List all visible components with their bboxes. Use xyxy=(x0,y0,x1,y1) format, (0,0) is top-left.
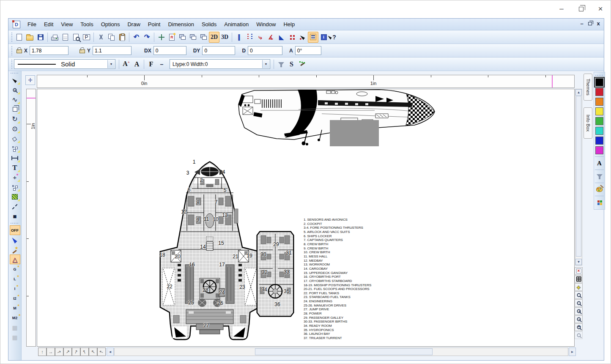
print-preview-button[interactable] xyxy=(60,32,71,43)
a-input[interactable] xyxy=(295,46,321,55)
info-button[interactable]: i xyxy=(318,32,329,43)
tab-info-box[interactable]: Info Box xyxy=(584,107,592,139)
mode-2d-button[interactable]: 2D xyxy=(209,32,219,43)
menu-item[interactable]: Window xyxy=(252,20,279,29)
mdi-minimize-button[interactable]: – xyxy=(579,20,585,27)
font-button[interactable]: F xyxy=(146,59,156,70)
toolbar-grip[interactable] xyxy=(595,74,604,77)
redraw-button[interactable]: R xyxy=(167,32,177,43)
text-add-button[interactable]: A+ xyxy=(121,59,132,70)
arrow-button[interactable]: ↖ xyxy=(89,348,97,356)
arrow-button[interactable]: ↗ xyxy=(55,348,63,356)
window-minimize-button[interactable]: – xyxy=(556,4,567,14)
zoom-previous-button[interactable]: ↶ xyxy=(575,323,583,331)
snap-origin-button[interactable] xyxy=(156,32,167,43)
hatch-tool[interactable] xyxy=(10,192,20,202)
paste-button[interactable] xyxy=(117,32,127,43)
snap-toggle-button[interactable]: + xyxy=(575,283,583,291)
color-swatch[interactable] xyxy=(595,146,603,154)
color-swatch[interactable] xyxy=(595,107,603,115)
window-tile-button[interactable] xyxy=(188,32,198,43)
snap-off-button[interactable]: OFF xyxy=(10,225,20,235)
context-help-button[interactable]: ? xyxy=(329,32,340,43)
grid-i2-tool[interactable]: I2* xyxy=(10,293,20,303)
save-button[interactable] xyxy=(35,32,46,43)
grid-g-tool[interactable]: G* xyxy=(10,264,20,274)
color-swatch[interactable] xyxy=(595,127,603,135)
menu-item[interactable]: Draw xyxy=(123,20,144,29)
zoom-tool[interactable]: + xyxy=(10,85,20,95)
chevron-down-icon[interactable]: ▼ xyxy=(262,60,269,68)
grid-m2-tool[interactable]: M2* xyxy=(10,313,20,323)
parallel-button[interactable]: ∥ xyxy=(234,32,244,43)
line-width-button[interactable]: – xyxy=(156,59,167,70)
wand-tool[interactable]: ★ xyxy=(10,245,20,255)
text-tool[interactable]: T xyxy=(10,163,20,172)
grid-toggle-button[interactable] xyxy=(575,275,583,283)
horizontal-scroll-thumb[interactable] xyxy=(255,348,433,355)
trim-button[interactable]: ⤷ xyxy=(255,32,266,43)
menu-item[interactable]: Options xyxy=(97,20,124,29)
pointer-style-button[interactable] xyxy=(595,172,604,181)
mode-3d-button[interactable]: 3D xyxy=(219,32,230,43)
x-lock-icon[interactable] xyxy=(16,49,22,53)
pan-origin-button[interactable]: ✛ xyxy=(25,75,35,85)
text-edit-button[interactable]: A xyxy=(132,59,142,70)
d-input[interactable] xyxy=(248,46,282,55)
array-tool[interactable] xyxy=(10,143,20,153)
arrow-button[interactable]: ↗ xyxy=(72,348,80,356)
window-close-button[interactable]: × xyxy=(595,4,606,14)
color-swatch[interactable] xyxy=(595,98,603,106)
close-drawing-button[interactable]: × xyxy=(575,267,583,275)
scroll-right-button[interactable]: ► xyxy=(569,348,576,356)
pointer-tool[interactable] xyxy=(10,235,20,245)
y-input[interactable] xyxy=(93,46,132,55)
perpendicular-button[interactable]: ◣ xyxy=(276,32,287,43)
polyline-tool[interactable]: ∿ xyxy=(10,95,20,104)
tab-themes[interactable]: Themes xyxy=(584,74,592,101)
snap-settings-button[interactable]: S xyxy=(286,59,297,70)
vertical-scrollbar[interactable]: ▲ ▼ xyxy=(575,89,582,265)
rotate-tool[interactable]: ↻ xyxy=(10,114,20,124)
toolbar-grip[interactable] xyxy=(10,60,13,69)
drawing-canvas[interactable]: 1. SENSORS AND AVIONICS2. COCKPIT3-4. FO… xyxy=(37,89,575,347)
dx-input[interactable] xyxy=(153,46,186,55)
grid-l-tool[interactable]: L* xyxy=(10,274,20,284)
delta-tool[interactable]: △ xyxy=(10,255,20,264)
select-tool[interactable] xyxy=(10,75,20,85)
text-color-button[interactable]: A xyxy=(595,159,604,167)
grid-m-tool[interactable]: M* xyxy=(10,303,20,313)
vertical-scroll-thumb[interactable] xyxy=(576,96,581,257)
print-button[interactable] xyxy=(49,32,60,43)
mdi-close-button[interactable]: x xyxy=(595,20,601,27)
polygon-tool[interactable]: ◇ xyxy=(10,134,20,143)
dimension-tool[interactable] xyxy=(10,153,20,163)
arrow-button[interactable]: → xyxy=(47,348,55,356)
undo-button[interactable]: ↶ xyxy=(131,32,142,43)
arrow-button[interactable]: ↗ xyxy=(63,348,72,356)
color-swatch[interactable] xyxy=(595,137,603,145)
solid-box-tool[interactable] xyxy=(10,104,20,114)
toolbar-grip[interactable] xyxy=(10,33,13,42)
scroll-up-button[interactable]: ▲ xyxy=(575,89,582,96)
toolbar-grip[interactable] xyxy=(11,222,19,224)
layer-manager-button[interactable] xyxy=(308,32,318,43)
color-swatch[interactable] xyxy=(595,117,603,125)
toolbar-grip[interactable] xyxy=(11,72,19,74)
point-tool[interactable]: + xyxy=(10,172,20,182)
y-lock-icon[interactable] xyxy=(79,49,85,53)
dashed-line-tool[interactable] xyxy=(10,202,20,211)
window-layers-button[interactable] xyxy=(198,32,209,43)
menu-item[interactable]: Help xyxy=(279,20,299,29)
dy-input[interactable] xyxy=(202,46,235,55)
snap-points-button[interactable] xyxy=(244,32,255,43)
menu-item[interactable]: View xyxy=(57,20,77,29)
arrow-button[interactable]: ↖ xyxy=(80,348,89,356)
arrow-button[interactable]: ↖ xyxy=(97,348,106,356)
menu-item[interactable]: File xyxy=(24,20,40,29)
page-setup-button[interactable]: P xyxy=(81,32,92,43)
array-button[interactable] xyxy=(287,32,297,43)
zoom-preview-button[interactable] xyxy=(71,32,81,43)
mdi-restore-button[interactable] xyxy=(588,22,592,25)
scroll-down-button[interactable]: ▼ xyxy=(575,259,582,265)
